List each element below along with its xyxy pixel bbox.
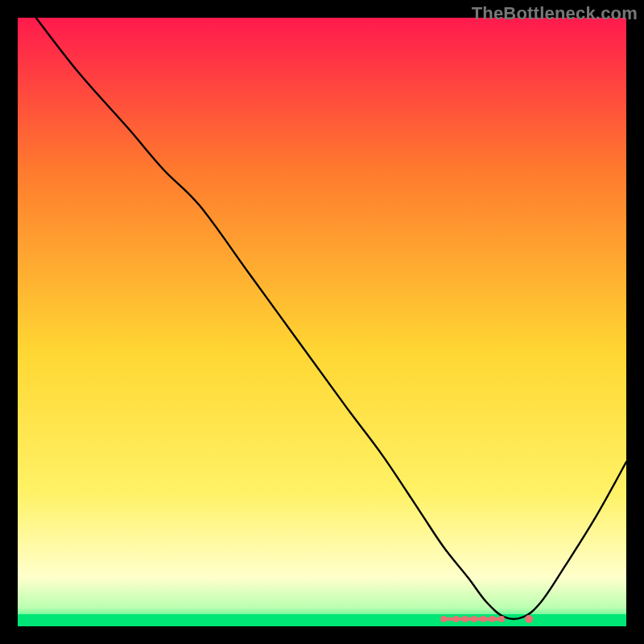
marker-dot xyxy=(452,616,459,622)
gradient-background xyxy=(18,18,626,626)
chart-svg xyxy=(18,18,626,626)
marker-dot xyxy=(498,616,505,622)
plot-area xyxy=(18,18,626,626)
chart-frame: TheBottleneck.com xyxy=(0,0,644,644)
bottom-green-band xyxy=(18,614,626,626)
marker-dot xyxy=(525,615,533,623)
marker-dot xyxy=(480,616,486,622)
marker-dot xyxy=(489,616,496,622)
marker-dot xyxy=(440,616,447,622)
watermark-text: TheBottleneck.com xyxy=(472,3,638,24)
marker-dot xyxy=(471,616,477,622)
marker-dot xyxy=(462,616,469,622)
